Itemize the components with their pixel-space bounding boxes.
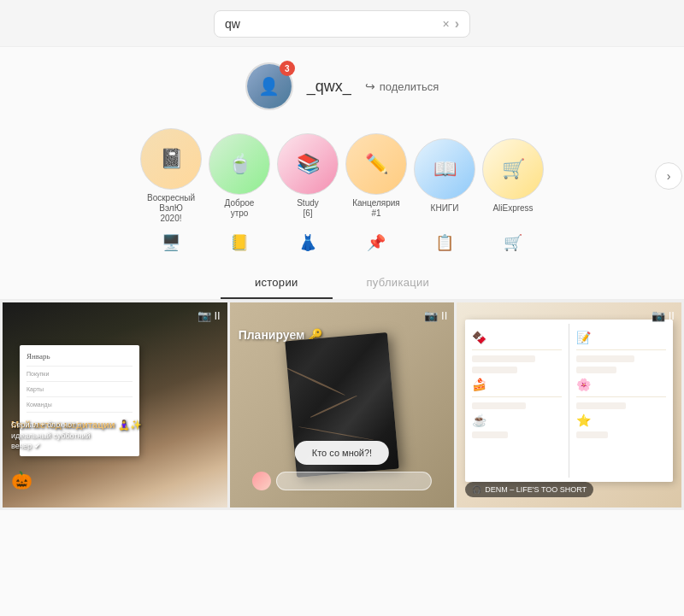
- highlight-item-5[interactable]: 📖 КНИГИ: [414, 138, 475, 214]
- search-bar-area: × ›: [0, 0, 684, 47]
- reply-input-area: [252, 472, 432, 490]
- search-container: × ›: [214, 10, 470, 38]
- nb-text-2: Карты: [27, 386, 133, 392]
- marble-vein-3: [298, 426, 374, 441]
- highlights-wrapper: 📓 ВоскресныйВэлЮ2020! 🍵 Доброеутро 📚 Stu…: [0, 124, 684, 228]
- search-input[interactable]: [225, 17, 442, 31]
- highlight-circle-4: ✏️: [345, 133, 407, 195]
- highlight-icon-6: 🛒: [483, 139, 543, 199]
- profile-area: 👤 3 _qwx_ ↪ поделиться 📓 ВоскресныйВэлЮ2…: [0, 47, 684, 264]
- tab-publications[interactable]: публикации: [333, 267, 464, 299]
- book-page-left: 🍫 🍰 ☕: [465, 320, 569, 482]
- book-page-right: 📝 🌸 ⭐: [569, 320, 673, 482]
- icon-monitor: 🖥️: [140, 233, 202, 252]
- highlight-label-5: КНИГИ: [431, 203, 459, 214]
- pumpkin-emoji: 🎃: [11, 470, 32, 490]
- icon-row: 🖥️ 📒 👗 📌 📋 🛒: [123, 228, 561, 255]
- highlight-item-4[interactable]: ✏️ Канцелярия#1: [345, 133, 407, 219]
- highlight-icon-1: 📓: [141, 129, 201, 189]
- highlight-item-study[interactable]: 📚 Study[6]: [277, 133, 339, 219]
- reply-bar[interactable]: [276, 472, 432, 490]
- music-text: DENM – LIFE'S TOO SHORT: [485, 485, 587, 494]
- highlight-label-1: ВоскресныйВэлЮ2020!: [147, 193, 195, 224]
- notebook-lines: Январь Покупки Карты Команды: [20, 345, 139, 424]
- share-label: поделиться: [380, 80, 439, 93]
- book-sticker-4: 📝: [576, 331, 666, 344]
- highlight-icon-2: 🍵: [209, 134, 269, 194]
- story-card-3[interactable]: 📷 II 🍫 🍰 ☕ 📝 🌸: [457, 302, 681, 507]
- highlight-icon-study: 📚: [278, 134, 338, 194]
- marble-vein-2: [310, 395, 357, 418]
- story-card-1[interactable]: 📷 II Январь Покупки Карты Команды Мой ме…: [3, 302, 227, 507]
- highlight-label-study: Study[6]: [297, 198, 319, 219]
- share-button[interactable]: ↪ поделиться: [365, 79, 439, 93]
- book-sticker-3: ☕: [472, 414, 562, 427]
- book-sticker-1: 🍫: [472, 331, 562, 344]
- search-clear-icon[interactable]: ×: [442, 17, 449, 31]
- highlight-icon-5: 📖: [415, 139, 475, 199]
- book-sticker-6: ⭐: [576, 414, 666, 427]
- search-submit-icon[interactable]: ›: [455, 16, 459, 32]
- highlight-item-2[interactable]: 🍵 Доброеутро: [209, 133, 270, 219]
- who-with-me-text: Кто со мной?!: [295, 441, 389, 465]
- highlight-item-6[interactable]: 🛒 AliExpress: [482, 138, 544, 214]
- highlight-circle-5: 📖: [414, 138, 475, 200]
- highlight-item-1[interactable]: 📓 ВоскресныйВэлЮ2020!: [140, 128, 202, 224]
- camera-icon-2: 📷 II: [424, 309, 447, 322]
- username: _qwx_: [307, 78, 351, 96]
- tabs-row: истории публикации: [0, 267, 684, 300]
- card-1-content: 📷 II Январь Покупки Карты Команды Мой ме…: [3, 302, 227, 507]
- icon-clothing: 👗: [277, 233, 339, 252]
- icon-pin: 📌: [345, 233, 407, 252]
- icon-clipboard: 📋: [414, 233, 475, 252]
- book-sticker-5: 🌸: [576, 378, 666, 391]
- nb-text-3: Команды: [27, 402, 133, 408]
- highlight-icon-4: ✏️: [346, 134, 406, 194]
- nb-text-1: Покупки: [27, 371, 133, 377]
- marble-vein-1: [285, 366, 345, 396]
- music-overlay: 🎧 DENM – LIFE'S TOO SHORT: [465, 482, 593, 497]
- camera-icon-3: 📷 II: [652, 309, 675, 322]
- notification-badge: 3: [280, 61, 295, 76]
- book-sticker-2: 🍰: [472, 378, 562, 391]
- open-book: 🍫 🍰 ☕ 📝 🌸 ⭐: [465, 320, 673, 482]
- highlight-circle-6: 🛒: [482, 138, 544, 200]
- story-card-2[interactable]: 📷 II Планируем 🔑 Кто со мной?!: [230, 302, 455, 507]
- highlight-circle-2: 🍵: [209, 133, 270, 195]
- next-highlights-button[interactable]: ›: [655, 162, 682, 190]
- reply-avatar: [252, 472, 271, 490]
- tab-stories[interactable]: истории: [221, 267, 333, 299]
- icon-notebook: 📒: [209, 233, 270, 252]
- overlay-text-series: Сериал + блокнот =идеальный субботнийвеч…: [11, 419, 91, 452]
- highlight-label-4: Канцелярия#1: [352, 198, 400, 219]
- highlight-label-6: AliExpress: [492, 203, 533, 214]
- highlight-circle-study: 📚: [277, 133, 339, 195]
- camera-icon-1: 📷 II: [198, 309, 221, 322]
- highlights-row: 📓 ВоскресныйВэлЮ2020! 🍵 Доброеутро 📚 Stu…: [123, 124, 561, 228]
- content-grid: 📷 II Январь Покупки Карты Команды Мой ме…: [0, 300, 684, 510]
- music-icon: 🎧: [472, 485, 481, 494]
- profile-header: 👤 3 _qwx_ ↪ поделиться: [245, 62, 439, 110]
- avatar-wrapper[interactable]: 👤 3: [245, 62, 293, 110]
- notebook-title: Январь: [27, 352, 133, 361]
- highlight-label-2: Доброеутро: [225, 198, 255, 219]
- share-icon: ↪: [365, 79, 375, 93]
- icon-cart: 🛒: [482, 233, 544, 252]
- highlight-circle-1: 📓: [140, 128, 202, 190]
